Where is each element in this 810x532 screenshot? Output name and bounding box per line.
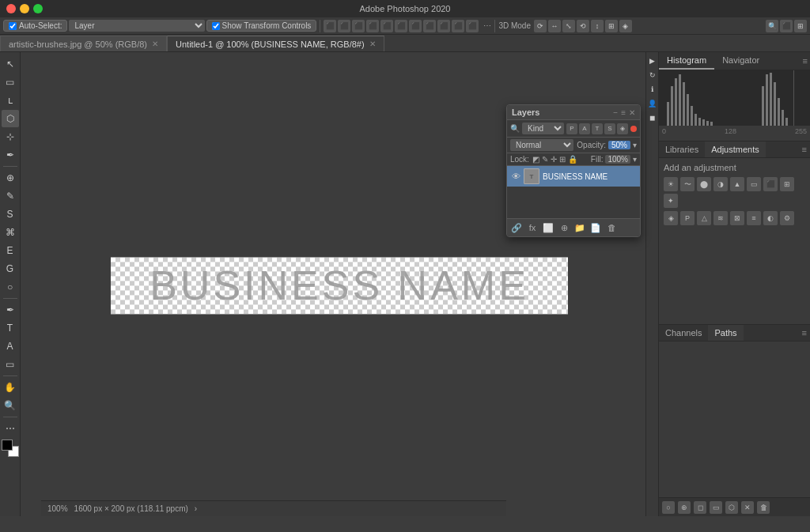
auto-select-btn[interactable]: Auto-Select: <box>3 20 67 32</box>
status-arrow[interactable]: › <box>195 504 197 513</box>
3d-pan-btn[interactable]: ↔ <box>548 20 561 32</box>
posterize-adj-icon[interactable]: P <box>680 211 695 225</box>
brush-tool[interactable]: ✎ <box>2 187 19 205</box>
lib-adj-options-icon[interactable]: ≡ <box>799 141 810 157</box>
threshold-adj-icon[interactable]: △ <box>697 211 711 225</box>
invert-adj-icon[interactable]: ◈ <box>664 211 678 225</box>
channels-paths-options-icon[interactable]: ≡ <box>799 325 810 341</box>
blend-mode-select[interactable]: Normal <box>510 139 573 151</box>
exposure-adj-icon[interactable]: ⬤ <box>697 177 711 191</box>
arrange-btn[interactable]: ⊞ <box>794 20 807 32</box>
close-button[interactable] <box>6 4 16 13</box>
3d-zoom-btn[interactable]: ⤡ <box>562 20 575 32</box>
align-right-btn[interactable]: ⬛ <box>352 20 365 32</box>
levels-adj-icon[interactable]: ≡ <box>747 211 761 225</box>
align-left-btn[interactable]: ⬛ <box>324 20 336 32</box>
tab-adjustments[interactable]: Adjustments <box>705 141 766 157</box>
adjust-filter-btn[interactable]: A <box>579 123 590 134</box>
layers-menu-icon[interactable]: ≡ <box>621 108 626 117</box>
lasso-tool[interactable]: ʟ <box>2 92 19 109</box>
3d-scale-btn[interactable]: ⊞ <box>605 20 618 32</box>
dodge-tool[interactable]: ○ <box>2 278 19 296</box>
colorlookup-adj-icon[interactable]: ✦ <box>664 194 678 208</box>
tab-libraries[interactable]: Libraries <box>659 141 705 157</box>
distribute-top-btn[interactable]: ⬛ <box>452 20 464 32</box>
stroke-path-btn[interactable]: ⬡ <box>725 501 738 514</box>
layers-close-icon[interactable]: ✕ <box>629 108 635 117</box>
clipping-path-btn[interactable]: ✕ <box>741 501 754 514</box>
workspace-btn[interactable]: ⬛ <box>780 20 793 32</box>
move-tool[interactable]: ↖ <box>2 55 19 73</box>
lock-all-icon[interactable]: 🔒 <box>568 155 577 164</box>
shape-tool[interactable]: ▭ <box>2 356 19 373</box>
auto-select-checkbox[interactable] <box>9 22 17 30</box>
selection-tool[interactable]: ▭ <box>2 74 19 91</box>
link-layers-btn[interactable]: 🔗 <box>510 221 523 234</box>
search-icon[interactable]: 🔍 <box>766 20 778 32</box>
align-center-btn[interactable]: ⬛ <box>338 20 350 32</box>
add-mask-btn[interactable]: ⬜ <box>542 221 555 234</box>
more-options-btn[interactable]: ⋯ <box>483 21 491 30</box>
opacity-value[interactable]: 50% <box>608 141 630 149</box>
right-tb-btn5[interactable]: ◼ <box>647 112 658 123</box>
minimize-button[interactable] <box>20 4 29 13</box>
new-path-btn[interactable]: ◻ <box>694 501 706 514</box>
channelmixer-adj-icon[interactable]: ⊞ <box>780 177 794 191</box>
spot-heal-tool[interactable]: ⊕ <box>2 169 19 187</box>
hand-tool[interactable]: ✋ <box>2 379 19 396</box>
3d-roll-btn[interactable]: ⟲ <box>577 20 589 32</box>
panel-options-icon[interactable]: ≡ <box>801 52 810 70</box>
3d-obj-btn[interactable]: ◈ <box>619 20 632 32</box>
fill-arrow[interactable]: ▾ <box>633 155 637 164</box>
right-tb-btn3[interactable]: ℹ <box>647 84 658 95</box>
photofilter-adj-icon[interactable]: ⬛ <box>763 177 778 191</box>
right-tb-btn2[interactable]: ↻ <box>647 70 658 81</box>
smart-filter-btn[interactable]: ◈ <box>617 123 628 134</box>
type-filter-btn[interactable]: T <box>592 123 603 134</box>
shape-filter-btn[interactable]: S <box>604 123 615 134</box>
tab-navigator[interactable]: Navigator <box>714 52 767 70</box>
new-group-btn[interactable]: 📁 <box>573 221 586 234</box>
opacity-arrow[interactable]: ▾ <box>633 141 637 149</box>
pixel-filter-btn[interactable]: P <box>566 123 577 134</box>
stamp-tool[interactable]: S <box>2 206 19 223</box>
tab-paths[interactable]: Paths <box>708 325 743 341</box>
type-tool[interactable]: T <box>2 319 19 337</box>
quick-select-tool[interactable]: ⬡ <box>2 110 19 127</box>
crop-tool[interactable]: ⊹ <box>2 128 19 145</box>
lock-position-icon[interactable]: ✛ <box>551 155 557 164</box>
fill-value[interactable]: 100% <box>605 155 630 164</box>
gradient-tool[interactable]: G <box>2 260 19 277</box>
tab-artistic-brushes[interactable]: artistic-brushes.jpg @ 50% (RGB/8) ✕ <box>0 36 167 51</box>
more-tools-btn[interactable]: ⋯ <box>2 420 19 437</box>
canvas-area[interactable]: ▶ ↻ ℹ 👤 ◼ BUSINESS NAME 100% 1600 px × 2… <box>21 52 658 516</box>
tab-close-icon[interactable]: ✕ <box>152 40 158 48</box>
eraser-tool[interactable]: E <box>2 242 19 259</box>
align-middle-btn[interactable]: ⬛ <box>380 20 393 32</box>
maximize-button[interactable] <box>33 4 43 13</box>
layers-collapse-icon[interactable]: − <box>613 108 618 117</box>
right-tb-btn4[interactable]: 👤 <box>647 98 658 109</box>
gradientmap-adj-icon[interactable]: ≋ <box>713 211 728 225</box>
3d-slide-btn[interactable]: ↕ <box>591 20 604 32</box>
selectivecolor-adj-icon[interactable]: ⊠ <box>730 211 744 225</box>
layer-effects-btn[interactable]: fx <box>526 221 539 234</box>
tab-close-icon[interactable]: ✕ <box>369 40 376 48</box>
align-bottom-btn[interactable]: ⬛ <box>395 20 407 32</box>
delete-layer-btn[interactable]: 🗑 <box>605 221 618 234</box>
load-selection-btn[interactable]: ○ <box>662 501 675 514</box>
foreground-color-swatch[interactable] <box>2 440 13 451</box>
transform-controls-btn[interactable]: Show Transform Controls <box>206 20 317 32</box>
lock-transparency-icon[interactable]: ◩ <box>532 155 539 164</box>
align-top-btn[interactable]: ⬛ <box>366 20 379 32</box>
transform-controls-checkbox[interactable] <box>212 22 220 30</box>
distribute-middle-btn[interactable]: ⬛ <box>466 20 479 32</box>
brightness-adj-icon[interactable]: ☀ <box>664 177 678 191</box>
layer-filter-select[interactable]: Kind <box>522 123 564 134</box>
new-fill-layer-btn[interactable]: ⊕ <box>558 221 570 234</box>
new-layer-btn[interactable]: 📄 <box>589 221 602 234</box>
vibrance-adj-icon[interactable]: ◑ <box>713 177 728 191</box>
eyedropper-tool[interactable]: ✒ <box>2 146 19 164</box>
distribute-center-btn[interactable]: ⬛ <box>423 20 436 32</box>
path-selection-tool[interactable]: A <box>2 338 19 355</box>
